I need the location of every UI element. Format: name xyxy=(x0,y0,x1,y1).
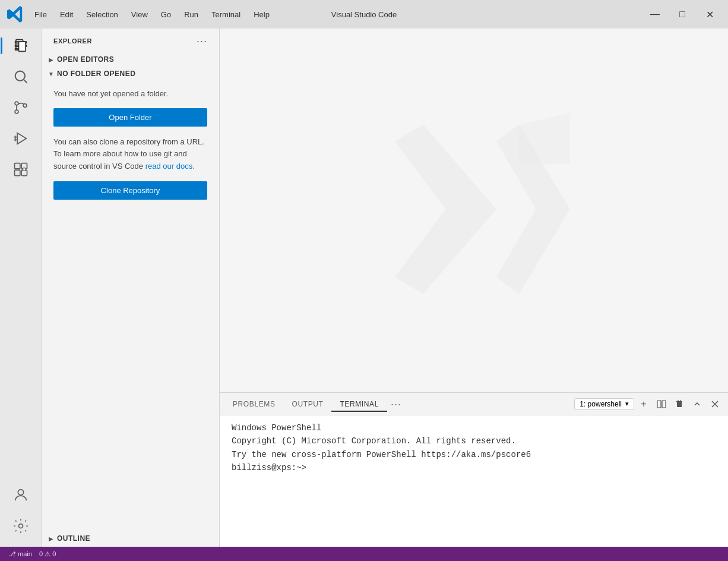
terminal-line-1: Windows PowerShell xyxy=(232,421,716,434)
activity-bar-bottom xyxy=(6,480,36,547)
activity-explorer[interactable] xyxy=(6,31,36,61)
menu-selection[interactable]: Selection xyxy=(80,8,124,21)
activity-run-debug[interactable] xyxy=(6,124,36,153)
terminal-panel: PROBLEMS OUTPUT TERMINAL ··· 1: powershe… xyxy=(220,392,728,547)
sidebar-footer: ▶ OUTLINE xyxy=(42,530,219,547)
tab-terminal[interactable]: TERMINAL xyxy=(331,396,387,412)
svg-rect-21 xyxy=(657,401,661,408)
terminal-tabs-bar: PROBLEMS OUTPUT TERMINAL ··· 1: powershe… xyxy=(220,393,728,415)
account-icon xyxy=(12,487,29,503)
no-folder-label: NO FOLDER OPENED xyxy=(57,70,135,78)
terminal-controls: 1: powershell ▾ + xyxy=(574,396,723,412)
open-folder-button[interactable]: Open Folder xyxy=(53,108,207,127)
editor-area xyxy=(220,29,728,392)
terminal-shell-label: 1: powershell xyxy=(580,400,622,408)
close-button[interactable]: ✕ xyxy=(696,5,723,23)
chevron-up-icon xyxy=(693,400,701,408)
no-folder-arrow: ▼ xyxy=(46,69,56,78)
status-errors-warnings[interactable]: 0 ⚠ 0 xyxy=(36,550,59,558)
search-icon xyxy=(12,68,29,85)
sidebar-more-button[interactable]: ··· xyxy=(194,34,210,48)
activity-search[interactable] xyxy=(6,62,36,92)
menu-help[interactable]: Help xyxy=(248,8,276,21)
activity-extensions[interactable] xyxy=(6,155,36,184)
open-editors-section-header[interactable]: ▶ OPEN EDITORS xyxy=(42,52,219,67)
svg-point-16 xyxy=(18,490,23,495)
main-area: EXPLORER ··· ▶ OPEN EDITORS ▼ NO FOLDER … xyxy=(0,29,728,547)
terminal-up-button[interactable] xyxy=(689,396,705,412)
status-git-branch[interactable]: ⎇ main xyxy=(5,550,36,558)
svg-marker-7 xyxy=(17,133,26,144)
source-control-icon xyxy=(12,99,29,116)
svg-rect-15 xyxy=(23,168,26,171)
sidebar: EXPLORER ··· ▶ OPEN EDITORS ▼ NO FOLDER … xyxy=(42,29,220,547)
no-folder-content: You have not yet opened a folder. Open F… xyxy=(42,81,219,207)
read-docs-link[interactable]: read our docs. xyxy=(145,162,195,171)
activity-settings[interactable] xyxy=(6,511,36,541)
svg-point-6 xyxy=(23,104,27,108)
sidebar-header: EXPLORER ··· xyxy=(42,29,219,52)
terminal-content[interactable]: Windows PowerShell Copyright (C) Microso… xyxy=(220,415,728,547)
svg-rect-22 xyxy=(662,401,666,408)
svg-rect-11 xyxy=(14,163,20,169)
sidebar-title: EXPLORER xyxy=(53,37,92,45)
open-editors-arrow: ▶ xyxy=(46,55,56,64)
terminal-more-button[interactable]: ··· xyxy=(387,399,405,409)
terminal-line-2: Copyright (C) Microsoft Corporation. All… xyxy=(232,434,716,447)
terminal-line-6: billziss@xps:~> xyxy=(232,461,716,474)
debug-icon xyxy=(12,130,29,147)
svg-marker-18 xyxy=(395,125,496,294)
menu-view[interactable]: View xyxy=(125,8,154,21)
kill-terminal-icon xyxy=(675,399,684,409)
close-icon xyxy=(711,400,719,408)
minimize-button[interactable]: — xyxy=(641,5,669,23)
settings-icon xyxy=(12,518,29,534)
svg-marker-20 xyxy=(519,114,570,165)
terminal-shell-selector[interactable]: 1: powershell ▾ xyxy=(574,398,634,410)
tab-output[interactable]: OUTPUT xyxy=(284,396,332,412)
vscode-logo xyxy=(5,4,26,25)
outline-section-header[interactable]: ▶ OUTLINE xyxy=(42,530,219,547)
no-folder-section-header[interactable]: ▼ NO FOLDER OPENED xyxy=(42,67,219,81)
clone-repository-button[interactable]: Clone Repository xyxy=(53,181,207,200)
activity-account[interactable] xyxy=(6,480,36,510)
menu-edit[interactable]: Edit xyxy=(54,8,79,21)
activity-bar xyxy=(0,29,42,547)
terminal-line-4: Try the new cross-platform PowerShell ht… xyxy=(232,448,716,461)
chevron-down-icon: ▾ xyxy=(625,400,629,408)
outline-arrow: ▶ xyxy=(46,534,56,543)
extensions-icon xyxy=(12,161,29,178)
menu-bar: File Edit Selection View Go Run Terminal… xyxy=(29,8,276,21)
menu-file[interactable]: File xyxy=(29,8,53,21)
activity-source-control[interactable] xyxy=(6,93,36,122)
svg-point-17 xyxy=(18,524,23,528)
maximize-button[interactable]: □ xyxy=(669,5,696,23)
window-controls: — □ ✕ xyxy=(641,5,723,23)
window-title: Visual Studio Code xyxy=(331,10,397,19)
svg-point-5 xyxy=(15,110,18,114)
tab-problems[interactable]: PROBLEMS xyxy=(224,396,284,412)
terminal-close-button[interactable] xyxy=(707,396,723,412)
outline-label: OUTLINE xyxy=(57,534,90,543)
svg-line-3 xyxy=(24,80,27,83)
terminal-add-button[interactable]: + xyxy=(635,396,652,412)
status-bar: ⎇ main 0 ⚠ 0 xyxy=(0,547,728,561)
content-area: PROBLEMS OUTPUT TERMINAL ··· 1: powershe… xyxy=(220,29,728,547)
vscode-watermark xyxy=(361,96,587,324)
svg-point-2 xyxy=(15,71,24,81)
terminal-split-button[interactable] xyxy=(653,396,670,412)
no-folder-info-text: You have not yet opened a folder. xyxy=(53,88,207,100)
menu-terminal[interactable]: Terminal xyxy=(205,8,246,21)
title-bar: File Edit Selection View Go Run Terminal… xyxy=(0,0,728,29)
svg-rect-13 xyxy=(14,170,20,175)
menu-run[interactable]: Run xyxy=(178,8,204,21)
split-terminal-icon xyxy=(657,399,666,409)
terminal-kill-button[interactable] xyxy=(671,396,688,412)
menu-go[interactable]: Go xyxy=(155,8,177,21)
svg-point-4 xyxy=(15,102,18,105)
files-icon xyxy=(12,37,29,54)
open-editors-label: OPEN EDITORS xyxy=(57,55,114,64)
svg-rect-1 xyxy=(18,42,26,51)
clone-text: You can also clone a repository from a U… xyxy=(53,136,207,173)
